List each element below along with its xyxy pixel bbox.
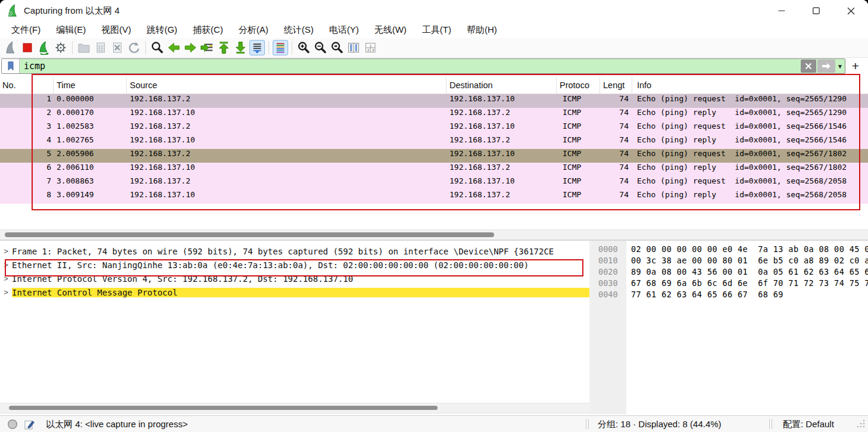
profile-text[interactable]: 配置: Default [783, 416, 834, 432]
packet-list-header: No.TimeSourceDestinationProtocoLengtInfo [0, 77, 868, 94]
column-header-protoco[interactable]: Protoco [557, 77, 600, 94]
title-bar: Capturing from 以太网 4 [0, 0, 868, 21]
filter-add-button[interactable]: + [848, 58, 863, 74]
hex-offset: 0040 [598, 290, 618, 299]
cell-no: 6 [0, 163, 54, 176]
packet-row-2[interactable]: 20.000170192.168.137.10192.168.137.2ICMP… [0, 108, 868, 122]
go-forward-icon[interactable] [183, 40, 198, 55]
zoom-out-icon[interactable] [313, 40, 328, 55]
packet-list-hscrollbar-thumb[interactable] [5, 232, 494, 237]
menu-statistics[interactable]: 统计(S) [276, 23, 321, 38]
filter-clear-button[interactable] [801, 60, 816, 73]
filter-history-caret[interactable]: ▼ [835, 60, 845, 73]
expand-chevron-icon[interactable]: > [0, 247, 12, 256]
cell-time: 2.005906 [54, 149, 127, 163]
start-capture-icon[interactable] [3, 40, 18, 55]
menu-analyze[interactable]: 分析(A) [231, 23, 276, 38]
reload-file-icon[interactable] [126, 40, 142, 55]
zoom-in-icon[interactable] [296, 40, 311, 55]
auto-scroll-icon[interactable] [249, 40, 265, 55]
packet-row-6[interactable]: 62.006110192.168.137.10192.168.137.2ICMP… [0, 163, 868, 176]
details-hscrollbar[interactable] [0, 403, 589, 414]
hex-row-0010[interactable]: 001000 3c 38 ae 00 00 80 01 6e b5 c0 a8 … [592, 256, 868, 267]
menu-telephony[interactable]: 电话(Y) [321, 23, 367, 38]
column-header-info[interactable]: Info [632, 77, 868, 94]
cell-source: 192.168.137.10 [127, 135, 447, 149]
zoom-normal-icon[interactable] [329, 40, 345, 55]
menu-go[interactable]: 跳转(G) [139, 23, 185, 38]
menu-capture[interactable]: 捕获(C) [185, 23, 231, 38]
column-header-no[interactable]: No. [0, 77, 54, 94]
cell-no: 8 [0, 190, 54, 204]
detail-row-ethernet[interactable]: >Ethernet II, Src: NanjingQinhe_13:ab:0a… [0, 258, 589, 272]
minimize-button[interactable] [764, 0, 799, 21]
cell-time: 0.000000 [54, 94, 127, 108]
menu-wireless[interactable]: 无线(W) [367, 23, 414, 38]
packet-row-7[interactable]: 73.008863192.168.137.2192.168.137.10ICMP… [0, 176, 868, 190]
display-filter-field[interactable]: ▼ [1, 58, 845, 74]
column-header-source[interactable]: Source [127, 77, 447, 94]
expand-chevron-icon[interactable]: > [0, 274, 12, 283]
column-header-time[interactable]: Time [54, 77, 127, 94]
resize-grip[interactable] [856, 418, 866, 430]
close-icon [847, 7, 855, 15]
packet-row-1[interactable]: 10.000000192.168.137.2192.168.137.10ICMP… [0, 94, 868, 108]
save-file-icon[interactable] [93, 40, 108, 55]
packet-row-4[interactable]: 41.002765192.168.137.10192.168.137.2ICMP… [0, 135, 868, 149]
menu-view[interactable]: 视图(V) [93, 23, 139, 38]
display-filter-input[interactable] [20, 60, 801, 72]
cell-info: Echo (ping) request id=0x0001, seq=2565/… [632, 94, 868, 108]
cell-source: 192.168.137.10 [127, 163, 447, 176]
column-header-destination[interactable]: Destination [447, 77, 557, 94]
cell-protocol: ICMP [557, 108, 600, 122]
cell-protocol: ICMP [557, 163, 600, 176]
column-header-lengt[interactable]: Lengt [600, 77, 632, 94]
menu-help[interactable]: 帮助(H) [459, 23, 505, 38]
packet-row-5[interactable]: 52.005906192.168.137.2192.168.137.10ICMP… [0, 149, 868, 163]
go-first-packet-icon[interactable] [216, 40, 232, 55]
expand-chevron-icon[interactable]: > [0, 288, 12, 297]
stop-capture-icon[interactable] [20, 40, 35, 55]
cell-time: 1.002583 [54, 122, 127, 135]
expert-info-icon[interactable] [7, 419, 18, 430]
menu-tools[interactable]: 工具(T) [414, 23, 459, 38]
go-to-packet-icon[interactable] [199, 40, 215, 55]
cell-source: 192.168.137.10 [127, 190, 447, 204]
maximize-button[interactable] [799, 0, 833, 21]
detail-row-frame[interactable]: >Frame 1: Packet, 74 bytes on wire (592 … [0, 244, 589, 258]
go-back-icon[interactable] [166, 40, 182, 55]
filter-apply-button[interactable] [817, 60, 835, 73]
hex-row-0030[interactable]: 003067 68 69 6a 6b 6c 6d 6e 6f 70 71 72 … [592, 278, 868, 290]
cell-destination: 192.168.137.10 [447, 176, 557, 190]
packet-row-8[interactable]: 83.009149192.168.137.10192.168.137.2ICMP… [0, 190, 868, 204]
detail-row-ip[interactable]: >Internet Protocol Version 4, Src: 192.1… [0, 272, 589, 285]
cell-info: Echo (ping) request id=0x0001, seq=2568/… [632, 176, 868, 190]
layout-icon[interactable]: 123 [363, 40, 378, 55]
menu-file[interactable]: 文件(F) [4, 23, 48, 38]
open-file-icon[interactable] [76, 40, 92, 55]
detail-row-text: Internet Control Message Protocol [12, 288, 589, 297]
cell-no: 7 [0, 176, 54, 190]
capture-options-icon[interactable] [53, 40, 68, 55]
filter-bookmark-button[interactable] [2, 59, 20, 73]
close-file-icon[interactable] [110, 40, 125, 55]
menu-edit[interactable]: 编辑(E) [48, 23, 93, 38]
toolbar-separator [268, 41, 269, 54]
hex-row-0020[interactable]: 002089 0a 08 00 43 56 00 01 0a 05 61 62 … [592, 267, 868, 278]
colorize-icon[interactable] [273, 40, 288, 55]
hex-bytes: 02 00 00 00 00 00 e0 4e 7a 13 ab 0a 08 0… [631, 244, 868, 254]
hex-row-0000[interactable]: 000002 00 00 00 00 00 e0 4e 7a 13 ab 0a … [592, 244, 868, 256]
capture-comment-icon[interactable] [24, 419, 35, 430]
detail-row-icmp[interactable]: >Internet Control Message Protocol [0, 285, 589, 299]
menu-bar: 文件(F)编辑(E)视图(V)跳转(G)捕获(C)分析(A)统计(S)电话(Y)… [0, 21, 868, 38]
go-last-packet-icon[interactable] [233, 40, 248, 55]
details-hscrollbar-thumb[interactable] [9, 406, 438, 410]
detail-row-text: Ethernet II, Src: NanjingQinhe_13:ab:0a … [12, 260, 589, 270]
resize-columns-icon[interactable] [346, 40, 361, 55]
hex-row-0040[interactable]: 004077 61 62 63 64 65 66 67 68 69 [592, 290, 868, 301]
expand-chevron-icon[interactable]: > [0, 260, 12, 269]
restart-capture-icon[interactable] [36, 40, 52, 55]
close-button[interactable] [833, 0, 868, 21]
packet-row-3[interactable]: 31.002583192.168.137.2192.168.137.10ICMP… [0, 122, 868, 135]
find-packet-icon[interactable] [149, 40, 165, 55]
